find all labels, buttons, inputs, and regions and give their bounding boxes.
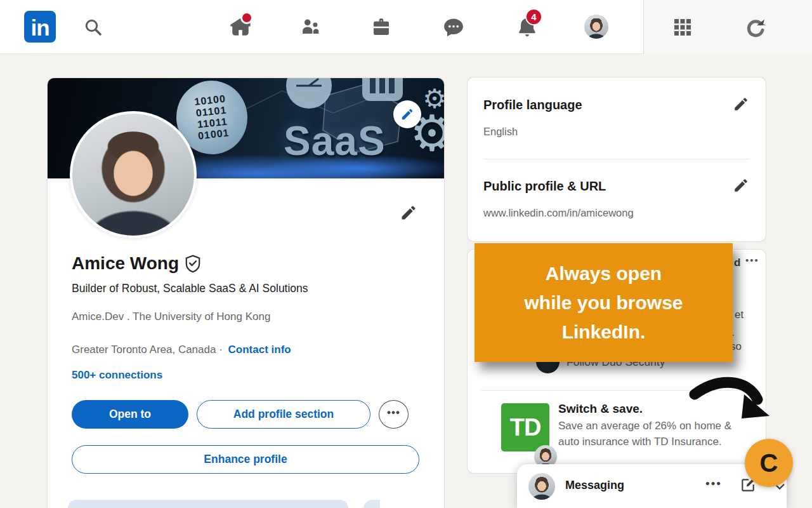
cover-saas-text: SaaS bbox=[284, 117, 386, 164]
extension-floating-button[interactable]: C bbox=[745, 439, 793, 487]
open-to-button[interactable]: Open to bbox=[72, 400, 188, 429]
suggestion-card-peek bbox=[68, 500, 348, 508]
nav-me-avatar[interactable] bbox=[584, 15, 608, 39]
network-icon[interactable] bbox=[298, 15, 322, 39]
profile-affiliation[interactable]: Amice.Dev . The University of Hong Kong bbox=[72, 311, 270, 323]
home-notification-dot bbox=[240, 11, 253, 24]
connections-link[interactable]: 500+ connections bbox=[72, 369, 162, 382]
pointer-arrow bbox=[688, 377, 777, 434]
profile-name-row: Amice Wong bbox=[72, 253, 201, 274]
top-nav: in 4 bbox=[0, 0, 812, 54]
profile-name: Amice Wong bbox=[72, 253, 179, 274]
ad-menu-dots[interactable]: ••• bbox=[745, 255, 759, 265]
suggestion-card-peek bbox=[363, 500, 380, 508]
edit-pencil-icon bbox=[400, 204, 417, 222]
ad-text-fragment: et bbox=[735, 309, 743, 321]
add-profile-section-button[interactable]: Add profile section bbox=[197, 400, 370, 429]
overlay-line: Always open bbox=[546, 259, 662, 288]
contact-info-link[interactable]: Contact info bbox=[228, 344, 291, 356]
edit-public-profile-button[interactable] bbox=[731, 177, 750, 196]
c-arrow-icon[interactable] bbox=[743, 15, 768, 39]
edit-pencil-icon bbox=[733, 177, 749, 194]
gear-icon: ⚙ bbox=[422, 83, 444, 114]
more-actions-button[interactable]: ••• bbox=[379, 400, 409, 429]
profile-language-title: Profile language bbox=[483, 98, 582, 112]
linkedin-logo[interactable]: in bbox=[24, 11, 56, 43]
jobs-icon[interactable] bbox=[369, 15, 393, 39]
profile-location-row: Greater Toronto Area, Canada · Contact i… bbox=[72, 344, 291, 356]
profile-photo[interactable] bbox=[70, 111, 197, 238]
messaging-menu-dots[interactable]: ••• bbox=[705, 477, 722, 491]
profile-edit-button[interactable] bbox=[398, 203, 419, 224]
td-logo[interactable]: TD bbox=[501, 403, 549, 451]
divider bbox=[483, 159, 750, 159]
td-ad-title[interactable]: Switch & save. bbox=[558, 402, 643, 416]
cover-edit-button[interactable] bbox=[393, 100, 421, 128]
messaging-title[interactable]: Messaging bbox=[565, 479, 624, 492]
messaging-avatar[interactable] bbox=[528, 473, 555, 500]
enhance-profile-button[interactable]: Enhance profile bbox=[72, 445, 419, 474]
profile-settings-card: Profile language English Public profile … bbox=[468, 77, 766, 241]
extension-tooltip-overlay: Always open while you browse LinkedIn. bbox=[475, 243, 733, 362]
messaging-icon[interactable] bbox=[442, 15, 466, 39]
public-profile-title: Public profile & URL bbox=[483, 179, 606, 194]
edit-language-button[interactable] bbox=[731, 95, 750, 114]
edit-pencil-icon bbox=[733, 96, 749, 112]
edit-pencil-icon bbox=[400, 107, 414, 121]
notifications-badge: 4 bbox=[525, 8, 542, 25]
td-ad-line2: auto insurance with TD Insurance. bbox=[558, 436, 722, 448]
ad-label-fragment: d bbox=[734, 257, 740, 269]
profile-headline: Builder of Robust, Scalable SaaS & AI So… bbox=[72, 282, 308, 295]
profile-location: Greater Toronto Area, Canada · bbox=[72, 344, 223, 356]
public-profile-url: www.linkedin.com/in/amicewong bbox=[483, 207, 634, 219]
overlay-line: while you browse bbox=[524, 288, 683, 318]
profile-language-value: English bbox=[483, 126, 518, 138]
verified-shield-icon[interactable] bbox=[185, 255, 201, 272]
apps-grid-icon[interactable] bbox=[671, 15, 695, 39]
overlay-line: LinkedIn. bbox=[562, 318, 646, 347]
profile-card: 10100 01101 11011 01001 SaaS ⚙ ⚙ Amice W… bbox=[48, 78, 444, 508]
nav-right-section bbox=[643, 0, 812, 54]
search-icon[interactable] bbox=[81, 15, 105, 39]
